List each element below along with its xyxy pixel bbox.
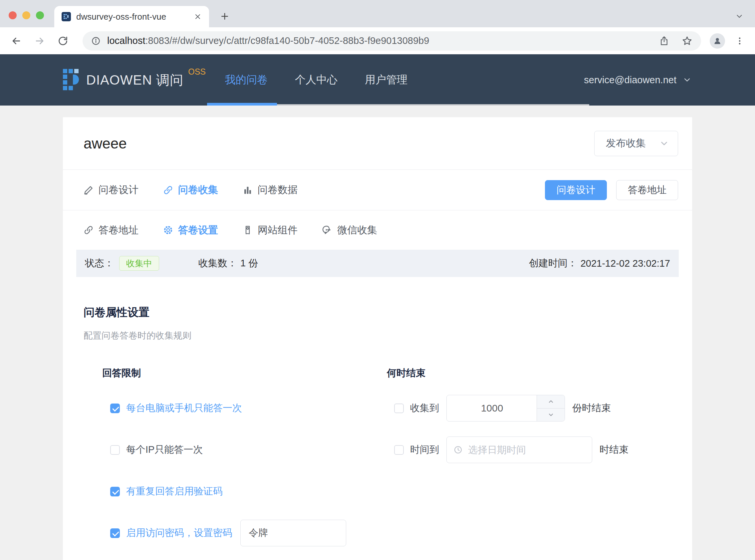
checkbox-one-per-ip[interactable]	[110, 445, 120, 455]
checkbox-label[interactable]: 每个IP只能答一次	[126, 443, 203, 457]
tab-label: 问卷数据	[258, 183, 298, 197]
close-tab-icon[interactable]	[194, 13, 202, 21]
tab-survey-collect[interactable]: 问卷收集	[163, 183, 218, 197]
collect-count-value: 1 份	[240, 257, 258, 270]
checkbox-label[interactable]: 每台电脑或手机只能答一次	[126, 401, 242, 415]
nav-item-profile-center[interactable]: 个人中心	[295, 73, 338, 87]
end-by-time-suffix: 时结束	[599, 443, 629, 457]
back-icon[interactable]	[11, 35, 22, 47]
count-value-input[interactable]	[447, 395, 537, 421]
brand-oss-badge: OSS	[188, 67, 206, 77]
survey-title-row: aweee 发布收集	[63, 117, 692, 170]
end-rules-title: 何时结束	[387, 366, 671, 380]
reload-icon[interactable]	[57, 35, 68, 47]
end-by-time-row: 时间到 时结束	[387, 437, 671, 463]
browser-tab[interactable]: dwsurvey-oss-front-vue	[54, 6, 209, 27]
browser-tabstrip: dwsurvey-oss-front-vue	[0, 0, 755, 27]
url-host: localhost	[107, 35, 145, 46]
chevron-down-icon	[659, 139, 669, 148]
collect-count-label: 收集数：	[198, 257, 237, 270]
subtab-answer-url[interactable]: 答卷地址	[84, 223, 139, 237]
status-label: 状态：	[85, 257, 114, 270]
survey-title: aweee	[84, 135, 127, 152]
limit-option-row: 每个IP只能答一次	[102, 437, 387, 463]
tab-survey-data[interactable]: 问卷数据	[243, 183, 298, 197]
site-info-icon[interactable]	[91, 36, 101, 46]
checkbox-captcha-on-repeat[interactable]	[110, 487, 120, 496]
tab-list-chevron-icon[interactable]	[735, 12, 744, 21]
attributes-section-desc: 配置问卷答卷时的收集规则	[84, 329, 671, 342]
tag-icon	[243, 225, 253, 235]
user-email: service@diaowen.net	[584, 75, 676, 85]
answer-limit-title: 回答限制	[102, 366, 387, 380]
nav-item-user-management[interactable]: 用户管理	[365, 73, 407, 87]
address-bar[interactable]: localhost:8083/#/dw/survey/c/attr/c98fa1…	[83, 31, 701, 51]
subtab-wechat-collect[interactable]: 微信收集	[322, 223, 377, 237]
chevron-up-icon	[548, 398, 554, 405]
favicon	[62, 12, 71, 21]
answer-limit-column: 回答限制 每台电脑或手机只能答一次 每个IP只能答一次 有重复回答启用验证码 启…	[84, 366, 387, 560]
end-rules-column: 何时结束 收集到 份时结束	[387, 366, 671, 560]
nav-item-my-surveys[interactable]: 我的问卷	[225, 73, 268, 87]
browser-menu-icon[interactable]	[735, 36, 744, 46]
new-tab-icon[interactable]	[220, 11, 230, 21]
active-menu-underline	[207, 103, 277, 105]
tab-label: 问卷设计	[99, 183, 139, 197]
share-icon[interactable]	[659, 36, 669, 46]
end-by-count-label[interactable]: 收集到	[410, 401, 439, 415]
spinner-decrease-button[interactable]	[537, 408, 565, 421]
clock-icon	[453, 445, 463, 455]
app-navbar: DIAOWEN 调问 OSS 我的问卷 个人中心 用户管理 service@di…	[0, 54, 755, 105]
url-text[interactable]: localhost:8083/#/dw/survey/c/attr/c98fa1…	[107, 35, 647, 46]
publish-collect-select[interactable]: 发布收集	[594, 131, 678, 156]
main-tabs-row: 问卷设计 问卷收集 问卷数据 问卷设计 答卷地址	[63, 170, 692, 211]
bar-chart-icon	[243, 185, 253, 195]
browser-profile-avatar[interactable]	[710, 33, 725, 48]
end-by-count-row: 收集到 份时结束	[387, 395, 671, 421]
spinner-increase-button[interactable]	[537, 395, 565, 408]
checkbox-one-per-device[interactable]	[110, 403, 120, 413]
checkbox-access-password[interactable]	[110, 528, 120, 538]
link-icon	[84, 225, 94, 235]
checkbox-end-by-time[interactable]	[394, 445, 404, 455]
limit-option-row: 每台电脑或手机只能答一次	[102, 395, 387, 421]
datetime-input[interactable]	[468, 444, 594, 456]
app-logo[interactable]: DIAOWEN 调问 OSS	[63, 69, 206, 91]
survey-design-button[interactable]: 问卷设计	[545, 180, 607, 200]
tab-title: dwsurvey-oss-front-vue	[76, 12, 194, 22]
limit-option-row: 有重复回答启用验证码	[102, 478, 387, 505]
created-time-value: 2021-12-02 23:02:17	[580, 258, 670, 269]
tab-label: 答卷设置	[178, 223, 218, 237]
user-menu[interactable]: service@diaowen.net	[584, 75, 692, 85]
bookmark-star-icon[interactable]	[682, 36, 692, 46]
answer-url-button[interactable]: 答卷地址	[616, 180, 678, 200]
edit-icon	[84, 185, 94, 195]
sub-tabs-row: 答卷地址 答卷设置 网站组件 微信收集	[63, 211, 692, 250]
minimize-window-button[interactable]	[22, 11, 30, 19]
chevron-down-icon	[682, 75, 692, 84]
access-password-input[interactable]	[240, 520, 346, 546]
window-controls	[9, 11, 44, 19]
publish-collect-value: 发布收集	[606, 137, 646, 150]
checkbox-end-by-count[interactable]	[394, 403, 404, 413]
link-icon	[163, 185, 173, 195]
tab-label: 微信收集	[337, 223, 377, 237]
subtab-site-widget[interactable]: 网站组件	[243, 223, 298, 237]
chevron-down-icon	[548, 412, 554, 418]
maximize-window-button[interactable]	[36, 11, 44, 19]
datetime-picker[interactable]	[446, 437, 592, 463]
survey-card: aweee 发布收集 问卷设计 问卷收集 问卷数据 问卷设计 答卷地址 答卷地址…	[63, 117, 692, 560]
checkbox-label[interactable]: 有重复回答启用验证码	[126, 485, 223, 498]
tab-survey-design[interactable]: 问卷设计	[84, 183, 139, 197]
close-window-button[interactable]	[9, 11, 17, 19]
subtab-answer-settings[interactable]: 答卷设置	[163, 223, 218, 237]
tab-label: 答卷地址	[99, 223, 139, 237]
tab-label: 网站组件	[258, 223, 298, 237]
checkbox-label[interactable]: 启用访问密码，设置密码	[126, 526, 232, 540]
diaowen-logo-icon	[63, 69, 79, 91]
limit-option-row: 启用访问密码，设置密码	[102, 520, 387, 546]
end-by-time-label[interactable]: 时间到	[410, 443, 439, 457]
forward-icon[interactable]	[34, 35, 45, 47]
browser-toolbar: localhost:8083/#/dw/survey/c/attr/c98fa1…	[0, 27, 755, 54]
attributes-form: 回答限制 每台电脑或手机只能答一次 每个IP只能答一次 有重复回答启用验证码 启…	[63, 366, 692, 560]
